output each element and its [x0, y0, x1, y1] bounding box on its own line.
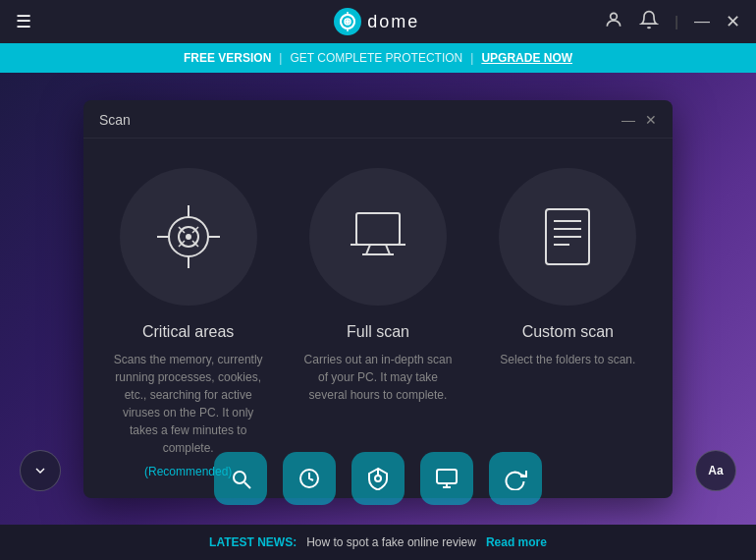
svg-point-2 [347, 21, 349, 23]
svg-rect-32 [437, 470, 457, 483]
chevron-down-button[interactable] [20, 450, 61, 491]
font-size-label: Aa [708, 464, 723, 477]
news-headline: How to spot a fake online review [306, 535, 476, 549]
modal-title-bar: Scan — ✕ [83, 100, 673, 139]
font-size-button[interactable]: Aa [695, 450, 736, 491]
logo: dome [334, 8, 419, 35]
logo-icon [334, 8, 361, 35]
svg-point-0 [341, 15, 354, 28]
svg-point-27 [234, 472, 245, 483]
hamburger-menu-icon[interactable]: ☰ [16, 11, 31, 32]
banner-sep2: | [470, 51, 473, 65]
free-version-banner: FREE VERSION | GET COMPLETE PROTECTION |… [0, 43, 756, 73]
full-scan-icon-circle [309, 168, 447, 306]
shield-nav-button[interactable] [351, 452, 405, 505]
protection-text: GET COMPLETE PROTECTION [290, 51, 462, 65]
history-nav-button[interactable] [283, 452, 336, 505]
news-bar: LATEST NEWS: How to spot a fake online r… [0, 525, 756, 560]
svg-point-30 [375, 476, 381, 481]
scan-modal: Scan — ✕ [83, 100, 673, 498]
svg-line-28 [244, 482, 250, 488]
svg-rect-17 [356, 213, 400, 245]
full-scan-title: Full scan [347, 323, 409, 341]
banner-sep1: | [279, 51, 282, 65]
logo-text: dome [367, 12, 419, 32]
critical-areas-icon-circle [120, 168, 257, 306]
latest-news-label: LATEST NEWS: [209, 535, 297, 549]
critical-areas-option[interactable]: Critical areas Scans the memory, current… [103, 168, 273, 478]
scan-options-container: Critical areas Scans the memory, current… [83, 139, 673, 498]
svg-line-20 [386, 245, 390, 254]
svg-point-1 [345, 19, 351, 25]
custom-scan-description: Select the folders to scan. [500, 351, 635, 368]
custom-scan-title: Custom scan [522, 323, 614, 341]
minimize-icon[interactable]: — [694, 13, 710, 30]
bell-icon[interactable] [639, 10, 659, 34]
critical-areas-title: Critical areas [142, 323, 234, 341]
top-bar-left: ☰ [16, 11, 31, 32]
critical-areas-description: Scans the memory, currently running proc… [110, 351, 267, 457]
custom-scan-option[interactable]: Custom scan Select the folders to scan. [483, 168, 653, 478]
svg-point-8 [187, 235, 190, 239]
modal-controls: — ✕ [621, 113, 657, 127]
svg-point-5 [611, 13, 618, 20]
free-version-label: FREE VERSION [184, 51, 271, 65]
full-scan-description: Carries out an in-depth scan of your PC.… [299, 351, 457, 404]
custom-scan-icon-circle [499, 168, 636, 306]
divider: | [675, 14, 678, 29]
bottom-navigation [0, 452, 756, 505]
upgrade-now-button[interactable]: UPGRADE NOW [481, 51, 572, 65]
modal-title: Scan [99, 112, 131, 128]
top-navigation-bar: ☰ dome | — ✕ [0, 0, 756, 43]
full-scan-option[interactable]: Full scan Carries out an in-depth scan o… [293, 168, 462, 478]
side-left-button [20, 450, 61, 491]
top-bar-right: | — ✕ [604, 10, 740, 34]
search-nav-button[interactable] [214, 452, 267, 505]
side-right-button: Aa [695, 450, 736, 491]
read-more-button[interactable]: Read more [486, 535, 547, 549]
modal-close-button[interactable]: ✕ [645, 113, 657, 127]
monitor-nav-button[interactable] [420, 452, 473, 505]
modal-minimize-button[interactable]: — [621, 113, 635, 127]
svg-line-19 [366, 245, 370, 254]
refresh-nav-button[interactable] [489, 452, 542, 505]
user-icon[interactable] [604, 10, 623, 34]
close-icon[interactable]: ✕ [726, 11, 740, 32]
